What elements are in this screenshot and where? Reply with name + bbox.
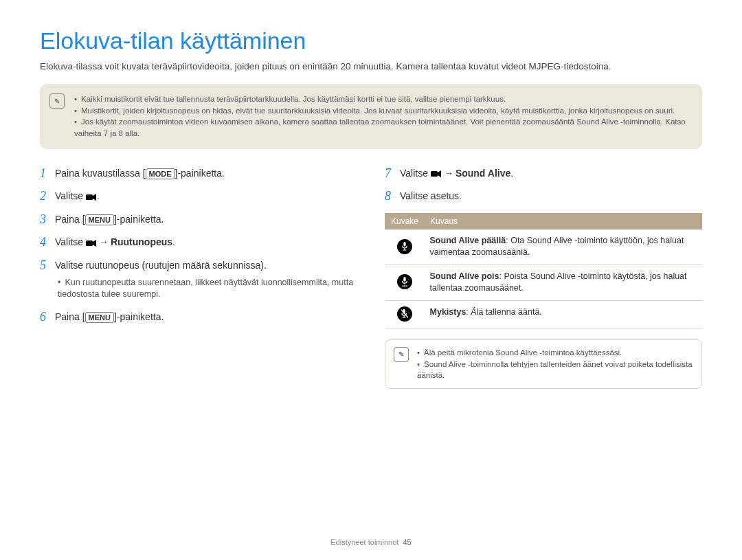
- subnote-list: Älä peitä mikrofonia Sound Alive -toimin…: [417, 347, 693, 381]
- note-item: Kaikki muistikortit eivät tue tallennust…: [74, 93, 691, 105]
- movie-icon: [431, 170, 442, 178]
- arrow-icon: →: [99, 236, 109, 247]
- text: ]-painiketta.: [114, 311, 164, 322]
- footer-section: Edistyneet toiminnot: [330, 538, 398, 546]
- note-item: Sound Alive -toiminnolla tehtyjen tallen…: [417, 359, 693, 381]
- left-column: 1 Paina kuvaustilassa [MODE]-painiketta.…: [40, 167, 357, 389]
- step-6: 6 Paina [MENU]-painiketta.: [40, 311, 357, 324]
- note-item: Älä peitä mikrofonia Sound Alive -toimin…: [417, 347, 693, 359]
- step-7: 7 Valitse →Sound Alive.: [385, 167, 702, 181]
- step-number: 3: [40, 213, 49, 225]
- row-text: : Älä tallenna ääntä.: [466, 307, 542, 317]
- movie-icon: [86, 193, 97, 201]
- note-item: Jos käytät zoomaustoimintoa videon kuvaa…: [74, 116, 691, 139]
- step-number: 2: [40, 190, 49, 202]
- text: Valitse: [55, 236, 86, 247]
- step-number: 1: [40, 167, 49, 179]
- table-row: Sound Alive päällä: Ota Sound Alive -toi…: [385, 229, 702, 265]
- step-number: 8: [385, 190, 394, 202]
- bold-label: Sound Alive: [456, 168, 510, 179]
- step-number: 4: [40, 236, 49, 248]
- text: Paina [: [55, 311, 85, 322]
- text: Valitse asetus.: [400, 190, 462, 203]
- step-2: 2 Valitse .: [40, 190, 357, 203]
- note-icon: ✎: [394, 347, 409, 362]
- text: ]-painiketta.: [175, 168, 225, 179]
- mic-on-icon: [397, 239, 412, 254]
- right-column: 7 Valitse →Sound Alive. 8 Valitse asetus…: [385, 167, 702, 389]
- note-box-top: ✎ Kaikki muistikortit eivät tue tallennu…: [40, 84, 702, 149]
- movie-icon: [86, 239, 97, 247]
- step-3: 3 Paina [MENU]-painiketta.: [40, 213, 357, 227]
- step-4: 4 Valitse →Ruutunopeus.: [40, 236, 357, 249]
- table-row: Sound Alive pois: Poista Sound Alive -to…: [385, 265, 702, 300]
- note-item: Muistikortit, joiden kirjoitusnopeus on …: [74, 105, 691, 117]
- text: Valitse ruutunopeus (ruutujen määrä seku…: [55, 260, 267, 271]
- note-icon: ✎: [49, 93, 65, 109]
- text: ]-painiketta.: [114, 214, 164, 225]
- sound-alive-table: Kuvake Kuvaus Sound Alive päällä: Ota So…: [385, 213, 702, 328]
- row-label: Sound Alive pois: [430, 271, 499, 281]
- text: .: [97, 190, 100, 201]
- step-5: 5 Valitse ruutunopeus (ruutujen määrä se…: [40, 259, 357, 301]
- text: Paina [: [55, 214, 85, 225]
- text: .: [172, 236, 175, 247]
- mic-alive-off-icon: [397, 274, 412, 289]
- mode-key: MODE: [146, 168, 175, 179]
- footer-page-number: 45: [403, 538, 411, 546]
- table-header-desc: Kuvaus: [425, 213, 702, 229]
- page-title: Elokuva-tilan käyttäminen: [40, 27, 702, 54]
- menu-key: MENU: [85, 214, 114, 225]
- step-1: 1 Paina kuvaustilassa [MODE]-painiketta.: [40, 167, 357, 181]
- row-label: Sound Alive päällä: [430, 236, 506, 245]
- step-number: 6: [40, 311, 49, 323]
- bold-label: Ruutunopeus: [111, 236, 172, 247]
- step-number: 7: [385, 167, 394, 179]
- step-8: 8 Valitse asetus.: [385, 190, 702, 203]
- mic-mute-icon: [397, 306, 412, 322]
- text: .: [510, 168, 513, 179]
- text: Paina kuvaustilassa [: [55, 168, 146, 179]
- note-box-bottom: ✎ Älä peitä mikrofonia Sound Alive -toim…: [385, 339, 702, 389]
- row-label: Mykistys: [430, 307, 466, 317]
- arrow-icon: →: [444, 168, 453, 179]
- table-row: Mykistys: Älä tallenna ääntä.: [385, 300, 702, 328]
- intro-text: Elokuva-tilassa voit kuvata teräväpiirto…: [40, 61, 702, 71]
- menu-key: MENU: [85, 312, 114, 323]
- sub-bullet: Kun ruutunopeutta suurennetaan, liikkeet…: [55, 277, 357, 301]
- page-footer: Edistyneet toiminnot 45: [0, 538, 742, 546]
- text: Valitse: [400, 168, 431, 179]
- table-header-icon: Kuvake: [385, 213, 425, 229]
- note-list: Kaikki muistikortit eivät tue tallennust…: [74, 93, 691, 139]
- step-number: 5: [40, 259, 49, 271]
- text: Valitse: [55, 190, 86, 201]
